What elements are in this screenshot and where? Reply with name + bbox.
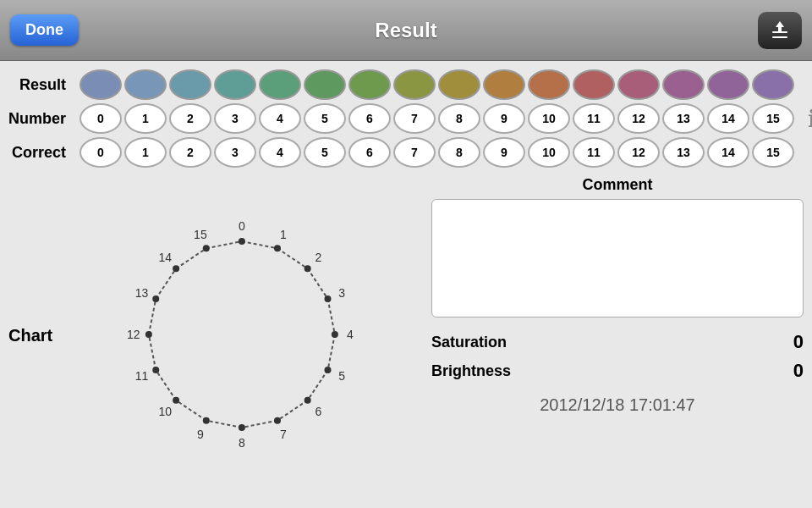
- bottom-area: Chart 0123456789101112131415 Comment Sat…: [0, 172, 812, 508]
- svg-text:10: 10: [159, 404, 173, 417]
- correct-circle: 15: [752, 137, 794, 168]
- correct-circle: 5: [304, 137, 346, 168]
- svg-text:3: 3: [338, 286, 345, 300]
- right-panel: Comment Saturation 0 Brightness 0 2012/1…: [423, 172, 804, 500]
- chart-area: Chart 0123456789101112131415: [8, 172, 423, 500]
- color-circle: [124, 69, 167, 100]
- correct-label: Correct: [8, 137, 69, 168]
- timestamp: 2012/12/18 17:01:47: [431, 395, 804, 415]
- stats-area: Saturation 0 Brightness 0: [431, 331, 804, 382]
- number-circle: 1: [124, 103, 167, 134]
- correct-circle: 4: [259, 137, 301, 168]
- color-circle: [169, 69, 211, 100]
- svg-text:13: 13: [135, 286, 149, 300]
- svg-text:0: 0: [239, 219, 245, 233]
- correct-row: 0123456789101112131415: [80, 137, 794, 168]
- brightness-value: 0: [793, 360, 804, 382]
- svg-point-44: [152, 295, 159, 301]
- header: Done Result: [0, 0, 812, 61]
- svg-text:7: 7: [280, 428, 287, 441]
- number-circle: 3: [214, 103, 256, 134]
- svg-text:12: 12: [127, 328, 140, 341]
- color-circle: [707, 69, 749, 100]
- correct-circle: 0: [80, 137, 122, 168]
- correct-circle: 11: [573, 137, 615, 168]
- svg-point-20: [274, 245, 281, 251]
- svg-line-13: [149, 334, 156, 370]
- correct-circle: 1: [124, 137, 167, 168]
- result-area: Result Number Correct 012345678910111213…: [0, 61, 812, 172]
- number-circle: 11: [573, 103, 615, 134]
- share-icon: [769, 19, 791, 41]
- comment-input[interactable]: [431, 199, 804, 318]
- color-circle: [752, 69, 794, 100]
- correct-circle: 7: [393, 137, 436, 168]
- svg-point-38: [173, 396, 179, 403]
- main-content: Result Number Correct 012345678910111213…: [0, 61, 812, 508]
- saturation-row: Saturation 0: [431, 331, 804, 353]
- number-circle: 9: [483, 103, 525, 134]
- svg-point-30: [304, 396, 311, 403]
- svg-text:1: 1: [280, 227, 287, 240]
- svg-point-42: [145, 331, 152, 338]
- svg-line-7: [308, 370, 328, 400]
- color-circle: [617, 69, 660, 100]
- color-circle: [259, 69, 301, 100]
- number-circle: 2: [169, 103, 211, 134]
- number-circle: 8: [438, 103, 480, 134]
- chart-label: Chart: [8, 326, 52, 345]
- svg-line-3: [277, 248, 308, 268]
- svg-point-18: [239, 238, 245, 245]
- svg-text:6: 6: [315, 404, 322, 417]
- saturation-label: Saturation: [431, 334, 507, 351]
- info-icon[interactable]: ℹ: [808, 105, 812, 133]
- svg-point-32: [274, 417, 281, 423]
- svg-line-10: [206, 420, 242, 427]
- svg-line-17: [206, 241, 242, 248]
- svg-rect-1: [772, 36, 787, 38]
- svg-point-22: [304, 265, 311, 272]
- color-circle: [304, 69, 346, 100]
- result-label: Result: [8, 69, 69, 100]
- svg-point-36: [203, 417, 210, 423]
- brightness-label: Brightness: [431, 362, 511, 380]
- color-circle: [438, 69, 480, 100]
- svg-line-4: [308, 268, 328, 299]
- color-circle: [528, 69, 570, 100]
- svg-text:14: 14: [159, 251, 173, 264]
- number-circle: 7: [393, 103, 436, 134]
- number-circle: 15: [752, 103, 794, 134]
- saturation-value: 0: [793, 331, 804, 353]
- correct-circle: 14: [707, 137, 749, 168]
- svg-point-26: [332, 331, 338, 338]
- svg-point-24: [325, 295, 332, 301]
- chart-svg: 0123456789101112131415: [61, 209, 423, 463]
- svg-point-28: [325, 367, 332, 373]
- svg-text:15: 15: [194, 227, 207, 240]
- svg-point-46: [173, 265, 179, 272]
- svg-line-14: [149, 298, 156, 334]
- share-button[interactable]: [758, 12, 802, 49]
- color-circle: [348, 69, 391, 100]
- correct-circle: 12: [617, 137, 660, 168]
- number-circle: 6: [348, 103, 391, 134]
- svg-line-8: [277, 400, 308, 420]
- svg-line-15: [156, 268, 176, 299]
- svg-text:5: 5: [338, 368, 345, 382]
- svg-line-12: [156, 370, 176, 400]
- svg-text:4: 4: [347, 328, 354, 341]
- number-circle: 4: [259, 103, 301, 134]
- number-circle: 10: [528, 103, 570, 134]
- number-label: Number: [8, 103, 69, 134]
- svg-text:2: 2: [315, 251, 322, 264]
- done-button[interactable]: Done: [10, 14, 79, 46]
- header-title: Result: [375, 19, 436, 42]
- color-circle: [483, 69, 525, 100]
- svg-point-48: [203, 245, 210, 251]
- result-grid: 0123456789101112131415 01234567891011121…: [80, 69, 794, 168]
- result-labels: Result Number Correct: [8, 69, 69, 168]
- color-circle: [393, 69, 436, 100]
- correct-circle: 8: [438, 137, 480, 168]
- svg-point-34: [239, 424, 245, 431]
- number-circle: 14: [707, 103, 749, 134]
